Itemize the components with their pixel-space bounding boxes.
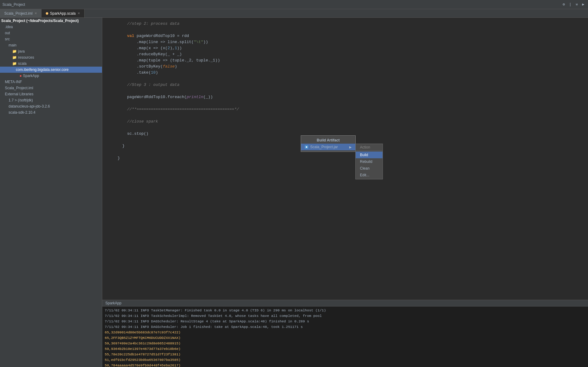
console-line: 50,784aaaaa4d570e9fb9d448f45eba2617) [105,363,586,367]
console-line: 7/11/02 09:34:11 INFO DAGScheduler: Job … [105,324,586,330]
popup-container: Build Artifact ■ Scala_Project.jar ▶ Act… [301,135,356,152]
tab-spark-label: SparkApp.scala [50,11,76,16]
code-line: //Step 3 : output data [102,82,588,88]
sidebar-item-scala-sdk[interactable]: scala-sdk-2.10.4 [0,109,102,116]
code-line: pageWordRddTop10.foreach(println(_)) [102,94,588,100]
popup-jar-label: Scala_Project.jar [310,145,338,149]
sidebar-main-label: main [9,43,16,47]
console-area: SparkApp 7/11/02 09:34:11 INFO TaskSetMa… [102,300,588,367]
code-line: .map(line => line.split("\t")) [102,39,588,45]
project-name-top: Scala_Project [2,2,25,7]
sidebar-idea-label: .idea [5,25,13,29]
sidebar-jdk-label: 1.7 > (/soft/jdk) [9,98,33,102]
sidebar-src-label: src [5,37,10,41]
sidebar-extlibs-label: External Libraries [5,92,33,96]
console-title: SparkApp [102,300,588,306]
top-bar-left: Scala_Project [2,2,25,7]
top-bar-icons: ⚙ | ⚒ ▶ [561,2,586,7]
run-icon[interactable]: ▶ [581,2,586,7]
java-folder-icon: 📁 [12,49,17,53]
console-line: 7/11/02 09:34:11 INFO TaskSetManager: Fi… [105,308,586,313]
code-line: //**====================================… [102,106,588,112]
tab-spark-dot [46,12,48,15]
sidebar-sparkapp-label: SparkApp [23,74,39,78]
sidebar-core-label: com.ibeifeng.bigdata.senior.core [16,68,69,72]
sidebar-metainf-label: META-INF [5,80,22,84]
popup-jar-item[interactable]: ■ Scala_Project.jar ▶ Action Build Rebui… [301,144,355,150]
sidebar-item-resources[interactable]: 📁 resources [0,54,102,61]
submenu-edit[interactable]: Edit... [356,172,383,178]
submenu-rebuild[interactable]: Rebuild [356,158,383,165]
sparkapp-dot-icon: ● [20,74,22,78]
code-line: //close spark [102,119,588,125]
tab-iml-close[interactable]: ✕ [34,12,37,15]
sidebar-item-out[interactable]: out [0,30,102,36]
sidebar-iml-label: Scala_Project.iml [5,86,33,90]
code-line: .sortByKey(false) [102,64,588,70]
code-line: .take(10) [102,70,588,76]
console-line: 7/11/02 09:34:11 INFO TaskSchedulerImpl:… [105,313,586,319]
code-editor[interactable]: //step 2: process data val pageWordRddTo… [102,18,588,300]
sidebar: Scala_Project (~/IdeaProjects/Scala_Proj… [0,18,102,367]
resources-folder-icon: 📁 [12,55,17,60]
separator-icon: | [568,2,572,7]
submenu: Action Build Rebuild Clean Edit... [355,144,383,179]
sidebar-item-scala[interactable]: 📁 scala [0,61,102,67]
sidebar-item-metainf[interactable]: META-INF [0,79,102,85]
code-line [102,100,588,106]
sidebar-out-label: out [5,31,10,35]
build-icon[interactable]: ⚒ [575,2,579,7]
sidebar-item-sparkapp[interactable]: ● SparkApp [0,73,102,79]
sidebar-datanucleus-label: datanucleus-api-jdo-3.2.6 [9,104,50,108]
build-artifact-popup: Build Artifact ■ Scala_Project.jar ▶ Act… [301,135,356,152]
code-line [102,112,588,119]
console-line: 55,78e20c225db1e478727d51d7f23f1381) [105,352,586,357]
sidebar-project-label: Scala_Project (~/IdeaProjects/Scala_Proj… [1,19,79,23]
submenu-clean[interactable]: Clean [356,165,383,172]
sidebar-item-datanucleus[interactable]: datanucleus-api-jdo-3.2.6 [0,103,102,109]
tab-iml[interactable]: Scala_Project.iml ✕ [0,9,42,17]
sidebar-item-main[interactable]: main [0,42,102,48]
submenu-action-header: Action [356,145,383,151]
jar-icon: ■ [305,145,308,149]
sidebar-item-extlibs[interactable]: External Libraries [0,91,102,97]
settings-icon[interactable]: ⚙ [561,2,566,7]
console-line: 59,3697499e2a4bc361c29d8e0652488915) [105,341,586,346]
console-line: 65,2FF3QB5Z1ZYMFTQKCM6DUCUDDZXX1NAX) [105,335,586,341]
sidebar-scala-label: scala [18,61,27,66]
console-line: 7/11/02 09:34:11 INFO DAGScheduler: Resu… [105,319,586,324]
code-line: .reduceByKey(_ + _) [102,51,588,57]
tab-spark-close[interactable]: ✕ [78,12,80,15]
sidebar-item-jdk[interactable]: 1.7 > (/soft/jdk) [0,97,102,103]
code-line [102,125,588,131]
scala-folder-icon: 📁 [12,61,17,66]
sidebar-item-project[interactable]: Scala_Project (~/IdeaProjects/Scala_Proj… [0,18,102,24]
sidebar-item-iml[interactable]: Scala_Project.iml [0,85,102,91]
code-line: } [102,155,588,161]
code-line: .map(tuple => (tuple._2, tuple._1)) [102,57,588,64]
main-area: Scala_Project (~/IdeaProjects/Scala_Proj… [0,18,588,367]
console-content[interactable]: 7/11/02 09:34:11 INFO TaskSetManager: Fi… [102,306,588,367]
code-line: val pageWordRddTop10 = rdd [102,33,588,39]
arrow-icon: ▶ [349,145,352,149]
popup-header: Build Artifact [301,137,355,144]
sidebar-scalasdk-label: scala-sdk-2.10.4 [9,110,35,115]
tabs-bar: Scala_Project.iml ✕ SparkApp.scala ✕ [0,9,588,18]
sidebar-item-idea[interactable]: .idea [0,24,102,30]
sidebar-item-src[interactable]: src [0,36,102,42]
tab-iml-label: Scala_Project.iml [4,11,33,16]
sidebar-item-java[interactable]: 📁 java [0,48,102,54]
code-line [102,27,588,33]
tab-spark[interactable]: SparkApp.scala ✕ [42,9,85,17]
console-line: 65,32d99014d80e5b683dc87e7c93f7c422) [105,330,586,335]
code-line: //step 2: process data [102,21,588,27]
console-line: 51,edf91bcfd29523b0ba65367807ba3585) [105,357,586,363]
sidebar-item-core[interactable]: com.ibeifeng.bigdata.senior.core [0,67,102,73]
sidebar-resources-label: resources [18,55,34,60]
submenu-build[interactable]: Build [356,152,383,158]
top-bar: Scala_Project ⚙ | ⚒ ▶ [0,0,588,9]
code-line [102,76,588,82]
sidebar-java-label: java [18,49,25,53]
console-line: 59,9364b2b10e1397e4673d77a37eb18b6e) [105,346,586,352]
code-area: //step 2: process data val pageWordRddTo… [102,18,588,367]
